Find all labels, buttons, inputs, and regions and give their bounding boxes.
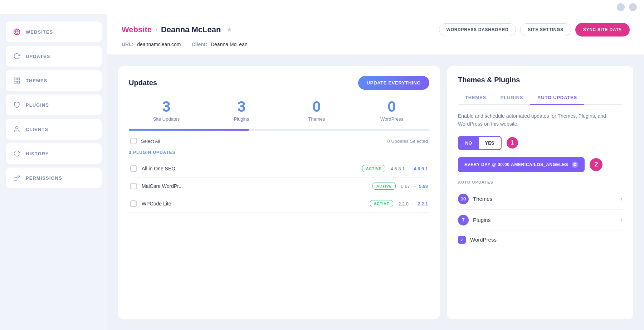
notification-icon[interactable] xyxy=(629,3,637,11)
plugin-2-to: 5.68 xyxy=(419,184,428,189)
svg-rect-2 xyxy=(14,78,16,80)
main-layout: WEBSITES UPDATES THEMES PLUGINS CLIENTS xyxy=(0,14,644,330)
version-arrow-3-icon: → xyxy=(411,201,415,207)
sidebar-item-clients[interactable]: CLIENTS xyxy=(6,119,102,140)
plugin-2-version: 5.67 → 5.68 xyxy=(401,184,428,189)
plugin-1-checkbox[interactable] xyxy=(130,165,137,172)
plugin-1-from: 4.6.8.1 xyxy=(390,166,405,171)
tab-plugins[interactable]: PLUGINS xyxy=(493,91,530,105)
plugin-3-to: 2.2.1 xyxy=(418,201,428,207)
toggle-row: NO YES 1 xyxy=(458,136,623,150)
tab-themes[interactable]: THEMES xyxy=(458,91,493,105)
breadcrumb-name: Deanna McLean xyxy=(161,25,221,34)
themes-count-badge: 10 xyxy=(458,194,469,204)
person-icon xyxy=(13,125,21,133)
plugins-auto-update-name: Plugins xyxy=(473,217,491,223)
plugin-1-version: 4.6.8.1 → 4.6.9.1 xyxy=(390,166,428,171)
themes-plugins-title: Themes & Plugins xyxy=(458,76,623,84)
toggle-yes-option[interactable]: YES xyxy=(479,137,501,149)
auto-updates-label: AUTO UPDATES xyxy=(458,180,623,184)
stat-themes: 0 Themes xyxy=(279,98,354,122)
sidebar-item-themes-label: THEMES xyxy=(26,78,47,83)
plugin-3-checkbox[interactable] xyxy=(130,200,137,207)
schedule-button[interactable]: EVERY DAY @ 00:00 AMERICA/LOS_ANGELES ⚙ xyxy=(458,157,585,172)
stat-plugins-label: Plugins xyxy=(204,116,279,122)
stat-site-updates-number: 3 xyxy=(129,98,204,115)
client-label: Client: xyxy=(192,42,208,47)
header-actions: WORDPRESS DASHBOARD SITE SETTINGS SYNC S… xyxy=(439,23,630,37)
themes-chevron-icon: › xyxy=(621,196,623,202)
key-icon xyxy=(13,174,21,182)
plugin-3-name: WPCode Lite xyxy=(142,201,365,207)
plugin-3-version: 2.2.0 → 2.2.1 xyxy=(398,201,428,207)
wordpress-label: WordPress xyxy=(470,237,497,243)
updates-header: Updates UPDATE EVERYTHING xyxy=(129,76,429,90)
sidebar-item-updates[interactable]: UPDATES xyxy=(6,46,102,67)
plugin-2-name: MalCare WordPr... xyxy=(142,183,367,189)
no-yes-toggle[interactable]: NO YES xyxy=(458,136,502,150)
select-all-left: Select All xyxy=(130,138,160,144)
plugin-3-from: 2.2.0 xyxy=(398,201,409,207)
svg-rect-4 xyxy=(18,81,20,83)
breadcrumb-arrow: › xyxy=(155,26,157,34)
sidebar-item-history[interactable]: HISTORY xyxy=(6,143,102,164)
select-all-checkbox[interactable] xyxy=(130,138,137,144)
refresh-updates-icon xyxy=(13,52,21,60)
url-label: URL: xyxy=(122,42,133,47)
history-icon xyxy=(13,150,21,157)
schedule-row: EVERY DAY @ 00:00 AMERICA/LOS_ANGELES ⚙ … xyxy=(458,157,623,172)
sync-site-data-button[interactable]: SYNC SITE DATA xyxy=(575,23,630,37)
select-all-row: Select All 0 Updates Selected xyxy=(129,138,429,144)
tab-auto-updates[interactable]: AUTO UPDATES xyxy=(530,91,584,105)
url-value: deannamclean.com xyxy=(137,42,181,47)
updates-panel: Updates UPDATE EVERYTHING 3 Site Updates… xyxy=(118,66,440,319)
site-settings-button[interactable]: SITE SETTINGS xyxy=(520,23,571,36)
progress-bar-container xyxy=(129,129,429,131)
select-all-label[interactable]: Select All xyxy=(141,139,160,144)
sidebar-item-websites[interactable]: WEBSITES xyxy=(6,21,102,42)
stat-plugins: 3 Plugins xyxy=(204,98,279,122)
stat-themes-number: 0 xyxy=(279,98,354,115)
wordpress-dashboard-button[interactable]: WORDPRESS DASHBOARD xyxy=(439,23,516,36)
star-icon[interactable]: ★ xyxy=(226,26,232,34)
header-meta: URL: deannamclean.com Client: Deanna McL… xyxy=(122,42,630,47)
svg-rect-5 xyxy=(14,81,16,83)
stat-wordpress: 0 WordPress xyxy=(354,98,429,122)
stat-wordpress-label: WordPress xyxy=(354,116,429,122)
progress-bar-fill xyxy=(129,129,249,131)
stats-row: 3 Site Updates 3 Plugins 0 Themes 0 Word… xyxy=(129,98,429,122)
toggle-no-option[interactable]: NO xyxy=(459,137,479,149)
auto-update-plugins-row[interactable]: 7 Plugins › xyxy=(458,210,623,231)
tab-bar: THEMES PLUGINS AUTO UPDATES xyxy=(458,91,623,105)
sidebar-item-websites-label: WEBSITES xyxy=(26,29,53,35)
auto-update-themes-row[interactable]: 10 Themes › xyxy=(458,189,623,210)
stat-plugins-number: 3 xyxy=(204,98,279,115)
wordpress-checkbox[interactable]: ✓ xyxy=(458,236,466,244)
sidebar-item-clients-label: CLIENTS xyxy=(26,127,48,132)
stat-site-updates-label: Site Updates xyxy=(129,116,204,122)
breadcrumb: Website › Deanna McLean ★ xyxy=(122,25,232,34)
main-content: Website › Deanna McLean ★ WORDPRESS DASH… xyxy=(107,14,644,330)
url-label-text: URL: deannamclean.com xyxy=(122,42,181,47)
client-value: Deanna McLean xyxy=(211,42,248,47)
header-top-row: Website › Deanna McLean ★ WORDPRESS DASH… xyxy=(122,23,630,37)
sidebar-item-updates-label: UPDATES xyxy=(26,54,50,59)
shield-icon xyxy=(13,101,21,109)
breadcrumb-website[interactable]: Website xyxy=(122,25,152,34)
sidebar-item-plugins[interactable]: PLUGINS xyxy=(6,94,102,115)
table-row: WPCode Lite ACTIVE 2.2.0 → 2.2.1 xyxy=(129,195,429,213)
globe-icon xyxy=(13,28,21,36)
sidebar-item-plugins-label: PLUGINS xyxy=(26,102,49,108)
sidebar-item-history-label: HISTORY xyxy=(26,151,49,156)
sidebar-item-permissions[interactable]: PERMISSIONS xyxy=(6,168,102,188)
sidebar-item-themes[interactable]: THEMES xyxy=(6,70,102,91)
table-row: All in One SEO ACTIVE 4.6.8.1 → 4.6.9.1 xyxy=(129,160,429,178)
plugin-updates-section-label: 3 PLUGIN UPDATES xyxy=(129,150,429,155)
update-everything-button[interactable]: UPDATE EVERYTHING xyxy=(358,76,429,90)
auto-update-plugins-left: 7 Plugins xyxy=(458,215,491,225)
plugins-count-badge: 7 xyxy=(458,215,469,225)
bell-icon[interactable] xyxy=(617,3,625,11)
updates-selected-count: 0 Updates Selected xyxy=(387,139,428,144)
plugin-2-checkbox[interactable] xyxy=(130,183,137,189)
stat-wordpress-number: 0 xyxy=(354,98,429,115)
